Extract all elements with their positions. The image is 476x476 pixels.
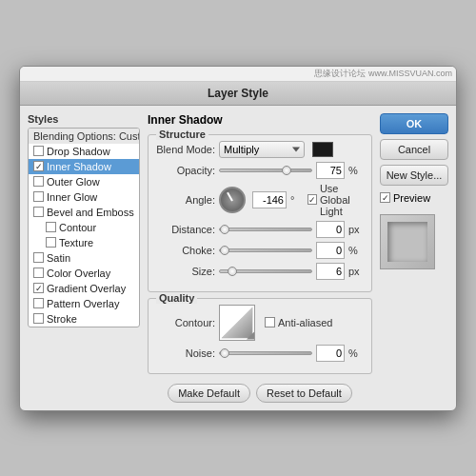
layer-style-dialog: 思缘设计论坛 www.MISSVUAN.com Layer Style Styl… xyxy=(19,66,457,411)
preview-checkbox-row: Preview xyxy=(380,192,448,204)
choke-track xyxy=(219,248,312,252)
size-track xyxy=(219,269,312,273)
noise-thumb[interactable] xyxy=(220,348,229,358)
size-thumb[interactable] xyxy=(228,267,237,276)
sidebar-item-drop-shadow[interactable]: Drop Shadow xyxy=(29,144,139,159)
gradient-overlay-label: Gradient Overlay xyxy=(47,283,126,294)
preview-thumbnail xyxy=(380,214,435,269)
inner-glow-checkbox[interactable] xyxy=(33,191,44,202)
ok-button[interactable]: OK xyxy=(380,113,448,134)
sidebar-item-outer-glow[interactable]: Outer Glow xyxy=(29,174,139,189)
sidebar-item-satin[interactable]: Satin xyxy=(29,250,139,266)
global-light-text: Use Global Light xyxy=(320,183,364,217)
inner-shadow-checkbox[interactable] xyxy=(33,161,44,171)
contour-svg xyxy=(220,306,254,340)
opacity-thumb[interactable] xyxy=(282,166,291,175)
preview-label: Preview xyxy=(393,192,430,204)
action-buttons-panel: OK Cancel New Style... Preview xyxy=(380,113,448,403)
sidebar-item-pattern-overlay[interactable]: Pattern Overlay xyxy=(29,296,139,311)
reset-to-default-button[interactable]: Reset to Default xyxy=(256,384,352,403)
contour-row: Contour: xyxy=(156,305,364,341)
color-overlay-checkbox[interactable] xyxy=(33,268,44,278)
choke-slider[interactable] xyxy=(219,246,312,255)
drop-shadow-checkbox[interactable] xyxy=(33,146,44,156)
color-overlay-label: Color Overlay xyxy=(47,268,110,279)
sidebar-item-contour[interactable]: Contour xyxy=(29,220,139,235)
choke-row: Choke: % xyxy=(156,242,364,259)
sidebar-item-stroke[interactable]: Stroke xyxy=(29,311,139,327)
make-default-button[interactable]: Make Default xyxy=(168,384,250,403)
size-input[interactable] xyxy=(316,263,345,280)
opacity-unit: % xyxy=(348,165,364,176)
texture-checkbox[interactable] xyxy=(46,237,56,248)
distance-label: Distance: xyxy=(156,224,215,235)
blend-mode-row: Blend Mode: Multiply xyxy=(156,141,364,158)
texture-label: Texture xyxy=(59,237,93,248)
inner-glow-label: Inner Glow xyxy=(47,191,97,203)
watermark: 思缘设计论坛 www.MISSVUAN.com xyxy=(20,67,456,82)
distance-input[interactable] xyxy=(316,221,345,238)
sidebar-item-inner-shadow[interactable]: Inner Shadow xyxy=(29,159,139,174)
cancel-button[interactable]: Cancel xyxy=(380,139,448,160)
sidebar-item-blending-options[interactable]: Blending Options: Custom xyxy=(29,129,139,144)
sidebar-item-bevel-emboss[interactable]: Bevel and Emboss xyxy=(29,205,139,220)
satin-label: Satin xyxy=(47,252,70,264)
contour-preview[interactable] xyxy=(219,305,255,341)
satin-checkbox[interactable] xyxy=(33,252,44,263)
section-title: Inner Shadow xyxy=(148,113,372,127)
anti-aliased-checkbox[interactable] xyxy=(265,317,275,327)
blend-mode-value: Multiply xyxy=(224,144,300,155)
size-row: Size: px xyxy=(156,263,364,280)
sidebar-item-gradient-overlay[interactable]: Gradient Overlay xyxy=(29,281,139,296)
bevel-emboss-label: Bevel and Emboss xyxy=(47,207,134,218)
stroke-checkbox[interactable] xyxy=(33,313,44,324)
sidebar-item-color-overlay[interactable]: Color Overlay xyxy=(29,266,139,281)
opacity-track xyxy=(219,169,312,172)
watermark-text: 思缘设计论坛 www.MISSVUAN.com xyxy=(314,69,452,78)
noise-input[interactable] xyxy=(316,345,345,362)
choke-label: Choke: xyxy=(156,245,215,256)
anti-aliased-text: Anti-aliased xyxy=(278,317,332,328)
sidebar-item-inner-glow[interactable]: Inner Glow xyxy=(29,189,139,205)
inner-shadow-label: Inner Shadow xyxy=(47,161,111,172)
angle-input[interactable] xyxy=(252,191,287,208)
color-swatch[interactable] xyxy=(312,142,333,157)
distance-thumb[interactable] xyxy=(220,225,229,234)
distance-slider[interactable] xyxy=(219,225,312,234)
angle-unit: ° xyxy=(290,194,300,206)
outer-glow-checkbox[interactable] xyxy=(33,176,44,187)
quality-label: Quality xyxy=(156,292,197,304)
choke-thumb[interactable] xyxy=(220,246,229,255)
global-light-checkbox[interactable] xyxy=(307,194,317,205)
noise-row: Noise: % xyxy=(156,345,364,362)
preview-checkbox[interactable] xyxy=(380,192,390,203)
inner-shadow-panel: Inner Shadow Structure Blend Mode: Multi… xyxy=(148,113,372,403)
opacity-input[interactable] xyxy=(316,162,345,179)
outer-glow-label: Outer Glow xyxy=(47,176,100,188)
size-slider[interactable] xyxy=(219,267,312,276)
contour-label: Contour xyxy=(59,222,96,233)
pattern-overlay-checkbox[interactable] xyxy=(33,298,44,308)
distance-row: Distance: px xyxy=(156,221,364,238)
choke-unit: % xyxy=(348,245,364,256)
sidebar-item-texture[interactable]: Texture xyxy=(29,235,139,250)
default-buttons: Make Default Reset to Default xyxy=(148,384,372,403)
opacity-slider[interactable] xyxy=(219,166,312,175)
noise-unit: % xyxy=(348,347,364,359)
noise-label: Noise: xyxy=(156,347,215,359)
new-style-button[interactable]: New Style... xyxy=(380,165,448,186)
contour-label: Contour: xyxy=(156,317,215,328)
noise-track xyxy=(219,351,312,355)
quality-section: Quality Contour: xyxy=(148,298,372,374)
choke-input[interactable] xyxy=(316,242,345,259)
noise-slider[interactable] xyxy=(219,348,312,358)
styles-panel: Styles Blending Options: Custom Drop Sha… xyxy=(28,113,140,403)
opacity-label: Opacity: xyxy=(156,165,215,176)
contour-checkbox[interactable] xyxy=(46,222,56,232)
pattern-overlay-label: Pattern Overlay xyxy=(47,298,119,309)
angle-dial[interactable] xyxy=(219,187,246,213)
global-light-label: Use Global Light xyxy=(307,183,364,217)
blend-mode-dropdown[interactable]: Multiply xyxy=(219,141,305,158)
bevel-emboss-checkbox[interactable] xyxy=(33,207,44,217)
gradient-overlay-checkbox[interactable] xyxy=(33,283,44,293)
